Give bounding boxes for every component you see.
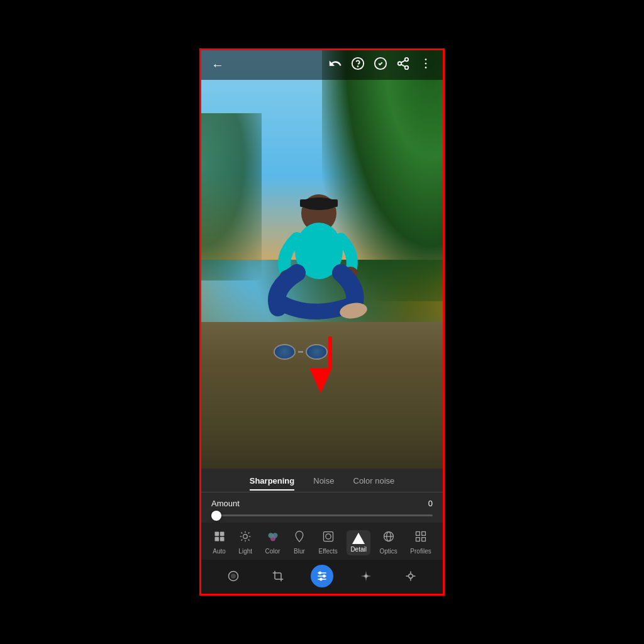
photo-area — [201, 50, 443, 469]
tool-blur[interactable]: Blur — [289, 528, 309, 557]
help-icon[interactable] — [351, 57, 365, 74]
svg-point-10 — [425, 67, 427, 69]
tool-effects[interactable]: Effects — [314, 528, 341, 557]
svg-line-29 — [242, 540, 243, 541]
svg-rect-40 — [422, 532, 426, 536]
svg-line-25 — [242, 533, 243, 534]
amount-label: Amount — [211, 499, 240, 508]
photo-background — [201, 50, 443, 469]
amount-row: Amount 0 — [201, 492, 443, 512]
tool-optics[interactable]: Optics — [375, 528, 401, 557]
glass-lens-left — [274, 344, 296, 360]
tool-profiles[interactable]: Profiles — [406, 528, 435, 557]
effects-icon — [322, 530, 335, 546]
detail-icon — [352, 533, 365, 544]
svg-point-33 — [270, 536, 275, 541]
svg-line-30 — [248, 533, 250, 534]
svg-rect-21 — [219, 537, 224, 541]
arrow-container — [309, 336, 332, 393]
svg-line-6 — [401, 64, 405, 67]
svg-rect-18 — [214, 532, 219, 536]
back-icon[interactable]: ← — [211, 58, 224, 72]
amount-value: 0 — [428, 499, 433, 508]
svg-point-22 — [243, 535, 248, 539]
auto-icon — [213, 530, 226, 546]
svg-point-8 — [425, 58, 427, 60]
tool-color-label: Color — [265, 548, 280, 555]
nav-adjustments[interactable] — [311, 565, 333, 587]
svg-rect-42 — [422, 538, 426, 541]
svg-line-7 — [401, 60, 405, 63]
svg-rect-20 — [214, 537, 219, 541]
tab-sharpening[interactable]: Sharpening — [250, 476, 295, 488]
nav-selective[interactable] — [222, 565, 245, 587]
top-bar-right — [328, 57, 433, 74]
svg-rect-39 — [416, 532, 420, 536]
top-bar: ← — [201, 50, 443, 80]
color-icon — [267, 530, 279, 546]
tool-optics-label: Optics — [379, 548, 397, 555]
tool-auto-label: Auto — [213, 548, 226, 555]
tool-detail-label: Detail — [350, 546, 367, 553]
tab-noise[interactable]: Noise — [313, 476, 334, 488]
optics-icon — [382, 530, 395, 546]
svg-point-48 — [319, 572, 321, 574]
svg-rect-13 — [300, 199, 338, 207]
tab-row: Sharpening Noise Color noise — [201, 469, 443, 492]
tab-color-noise[interactable]: Color noise — [353, 476, 395, 488]
slider-track[interactable] — [211, 514, 433, 516]
tool-blur-label: Blur — [294, 548, 305, 555]
svg-point-49 — [323, 575, 325, 577]
svg-point-50 — [320, 578, 322, 580]
nav-healing[interactable] — [399, 565, 422, 587]
person-figure — [259, 175, 385, 352]
svg-point-44 — [231, 574, 236, 579]
nav-presets[interactable] — [355, 565, 377, 587]
svg-point-3 — [405, 58, 409, 62]
tool-light[interactable]: Light — [235, 528, 256, 557]
undo-icon[interactable] — [328, 57, 342, 74]
bottom-nav — [201, 560, 443, 594]
share-icon[interactable] — [396, 57, 410, 74]
svg-rect-41 — [416, 538, 420, 541]
svg-point-52 — [408, 574, 413, 579]
tool-profiles-label: Profiles — [410, 548, 431, 555]
tools-row: Auto Light — [201, 523, 443, 560]
slider-row[interactable] — [201, 512, 443, 523]
svg-line-26 — [248, 540, 250, 541]
bottom-panel: Sharpening Noise Color noise Amount 0 — [201, 469, 443, 594]
svg-point-1 — [358, 66, 358, 67]
nav-crop[interactable] — [267, 565, 289, 587]
light-icon — [239, 530, 252, 546]
svg-rect-34 — [323, 532, 333, 541]
slider-thumb[interactable] — [211, 511, 221, 521]
more-icon[interactable] — [419, 57, 433, 74]
svg-point-4 — [398, 62, 402, 65]
svg-point-35 — [326, 534, 331, 539]
tool-color[interactable]: Color — [262, 528, 284, 557]
blur-icon — [293, 530, 306, 546]
tool-effects-label: Effects — [318, 548, 337, 555]
svg-point-5 — [405, 66, 409, 70]
tool-light-label: Light — [238, 548, 252, 555]
arrow-down — [309, 368, 332, 393]
profiles-icon — [414, 530, 427, 546]
done-icon[interactable] — [374, 57, 387, 74]
tool-detail[interactable]: Detail — [347, 530, 370, 555]
phone-container: ← — [199, 48, 445, 596]
top-bar-left: ← — [211, 58, 224, 72]
arrow-shaft — [328, 336, 332, 368]
tool-auto[interactable]: Auto — [209, 528, 230, 557]
svg-rect-19 — [219, 532, 224, 536]
svg-point-9 — [425, 63, 427, 65]
